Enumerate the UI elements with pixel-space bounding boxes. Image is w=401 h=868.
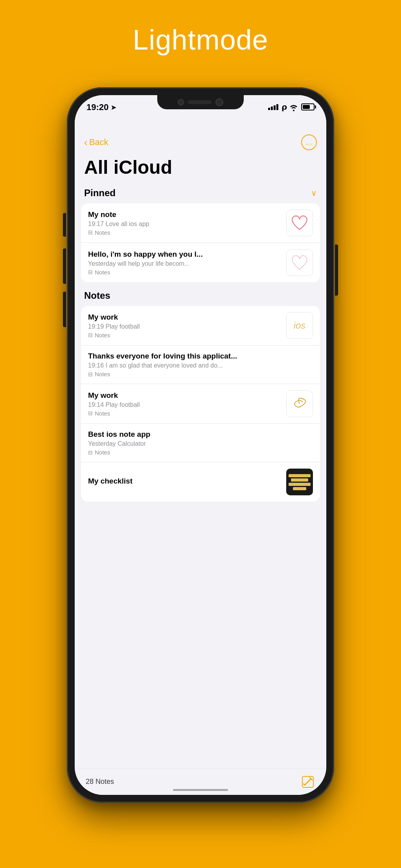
notes-list-card: My work 19:19 Play football ⊟ Notes ios <box>81 306 320 502</box>
note-3-thumbnail <box>286 390 313 417</box>
note-3-folder: ⊟ Notes <box>88 410 281 417</box>
status-time: 19:20 ➤ <box>86 102 116 112</box>
location-icon: ➤ <box>111 104 116 111</box>
note-1-title: My work <box>88 313 281 322</box>
svg-line-3 <box>304 784 305 785</box>
notes-count: 28 Notes <box>86 778 114 786</box>
pinned-section-title: Pinned <box>84 188 116 199</box>
pinned-note-2-folder-label: Notes <box>95 269 110 276</box>
pinned-note-2-folder: ⊟ Notes <box>88 269 281 276</box>
note-2-meta: 19:16 I am so glad that everyone loved a… <box>88 362 313 369</box>
note-3-info: My work 19:14 Play football ⊟ Notes <box>88 391 281 417</box>
note-1-folder: ⊟ Notes <box>88 332 281 338</box>
note-3-meta: 19:14 Play football <box>88 401 281 408</box>
home-indicator <box>173 789 228 791</box>
note-4-folder-label: Notes <box>95 449 110 456</box>
note-2-info: Thanks everyone for loving this applicat… <box>88 352 313 377</box>
note-1-info: My work 19:19 Play football ⊟ Notes <box>88 313 281 338</box>
bar1 <box>268 108 270 110</box>
note-5-title: My checklist <box>88 477 281 485</box>
pinned-note-1-thumbnail <box>286 210 313 236</box>
navigation-bar: ‹ Back ... <box>75 131 326 153</box>
front-camera-2 <box>215 98 223 106</box>
note-item-2[interactable]: Thanks everyone for loving this applicat… <box>81 346 320 384</box>
note-1-meta: 19:19 Play football <box>88 323 281 330</box>
note-1-folder-label: Notes <box>95 332 110 338</box>
status-bar: 19:20 ➤ 𝞀 <box>75 95 326 131</box>
folder-icon: ⊟ <box>88 229 93 235</box>
signal-bars-icon <box>268 104 278 110</box>
folder-icon-6: ⊟ <box>88 449 93 456</box>
phone-screen: 19:20 ➤ 𝞀 <box>75 95 326 795</box>
folder-icon-5: ⊟ <box>88 410 93 416</box>
note-4-folder: ⊟ Notes <box>88 449 313 456</box>
page-heading: All iCloud <box>75 153 326 184</box>
pinned-note-1-meta: 19:17 Love all ios app <box>88 221 281 228</box>
note-4-info: Best ios note app Yesterday Calculator ⊟… <box>88 430 313 456</box>
folder-icon-3: ⊟ <box>88 332 93 338</box>
bar2 <box>271 107 273 110</box>
note-4-title: Best ios note app <box>88 430 313 439</box>
pinned-section-header: Pinned ∨ <box>75 184 326 203</box>
power-button <box>335 245 338 296</box>
folder-icon-4: ⊟ <box>88 371 93 377</box>
more-button[interactable]: ... <box>301 134 317 150</box>
pinned-note-1-info: My note 19:17 Love all ios app ⊟ Notes <box>88 210 281 236</box>
note-item-4[interactable]: Best ios note app Yesterday Calculator ⊟… <box>81 424 320 462</box>
check-line-3 <box>289 483 311 486</box>
pinned-note-1-title: My note <box>88 210 281 219</box>
pinned-notes-card: My note 19:17 Love all ios app ⊟ Notes <box>81 203 320 282</box>
note-item-3[interactable]: My work 19:14 Play football ⊟ Notes <box>81 384 320 424</box>
pinned-note-1-folder: ⊟ Notes <box>88 229 281 236</box>
pinned-note-2-meta: Yesterday will help your life becom... <box>88 260 281 267</box>
battery-fill <box>303 105 310 109</box>
note-3-title: My work <box>88 391 281 400</box>
note-1-thumbnail: ios <box>286 312 313 339</box>
note-2-folder-label: Notes <box>95 371 110 377</box>
battery-icon <box>301 103 315 110</box>
pinned-note-1-folder-label: Notes <box>95 229 110 236</box>
back-label: Back <box>89 137 109 147</box>
note-4-meta: Yesterday Calculator <box>88 440 313 447</box>
back-button[interactable]: ‹ Back <box>84 136 109 149</box>
phone-device: 19:20 ➤ 𝞀 <box>67 87 334 803</box>
check-line-2 <box>291 478 309 482</box>
status-right-icons: 𝞀 <box>268 102 315 112</box>
compose-icon <box>301 775 315 789</box>
notch <box>157 95 244 109</box>
page-title: Lightmode <box>132 24 268 56</box>
bar3 <box>274 105 276 110</box>
front-camera <box>178 99 184 105</box>
volume-up-button <box>63 213 66 237</box>
note-item-5[interactable]: My checklist <box>81 462 320 502</box>
silent-button <box>63 292 66 327</box>
pinned-chevron-icon[interactable]: ∨ <box>311 188 317 198</box>
volume-down-button <box>63 248 66 284</box>
notes-section-title: Notes <box>75 287 326 306</box>
face-id-sensor <box>188 100 212 104</box>
notes-section: Notes My work 19:19 Play football ⊟ Note… <box>75 287 326 502</box>
app-content[interactable]: ‹ Back ... All iCloud Pinned ∨ My note <box>75 131 326 795</box>
note-5-thumbnail <box>286 469 313 495</box>
back-chevron-icon: ‹ <box>84 136 88 149</box>
note-3-folder-label: Notes <box>95 410 110 417</box>
pinned-note-item[interactable]: My note 19:17 Love all ios app ⊟ Notes <box>81 203 320 243</box>
pinned-note-2-info: Hello, i'm so happy when you l... Yester… <box>88 250 281 276</box>
ios-text-icon: ios <box>294 320 306 331</box>
ellipsis-icon: ... <box>305 138 313 147</box>
time-label: 19:20 <box>86 102 109 112</box>
check-line-1 <box>289 474 311 477</box>
folder-icon-2: ⊟ <box>88 269 93 275</box>
pinned-note-2-title: Hello, i'm so happy when you l... <box>88 250 281 259</box>
note-item-1[interactable]: My work 19:19 Play football ⊟ Notes ios <box>81 306 320 346</box>
note-2-title: Thanks everyone for loving this applicat… <box>88 352 313 360</box>
note-5-info: My checklist <box>88 477 281 487</box>
bar4 <box>276 104 278 110</box>
note-2-folder: ⊟ Notes <box>88 371 313 377</box>
pinned-note-2-item[interactable]: Hello, i'm so happy when you l... Yester… <box>81 243 320 282</box>
check-line-4 <box>293 487 306 490</box>
pinned-note-2-thumbnail <box>286 249 313 276</box>
svg-line-1 <box>305 779 311 785</box>
wifi-icon: 𝞀 <box>281 102 298 112</box>
compose-button[interactable] <box>300 774 315 789</box>
